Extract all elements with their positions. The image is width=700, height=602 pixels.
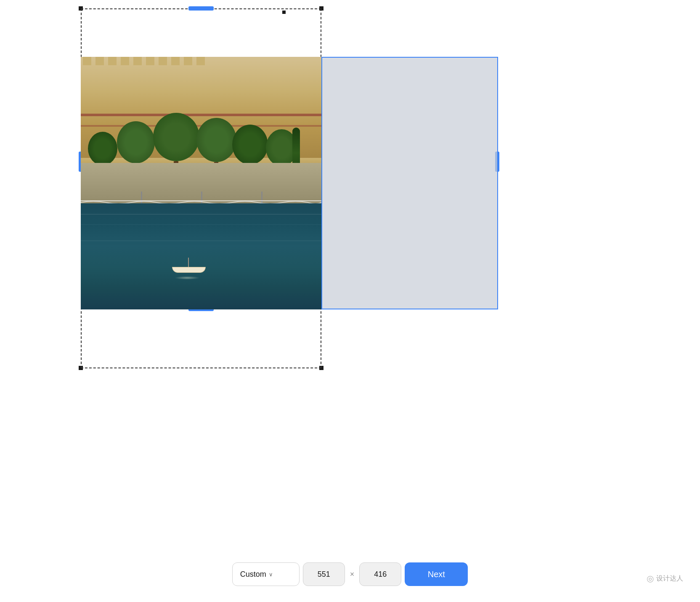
photo-water [81,203,321,309]
width-input[interactable] [303,562,345,586]
custom-dropdown[interactable]: Custom ∨ [232,562,300,586]
corner-handle-bottom-left[interactable] [79,366,83,370]
next-label: Next [428,570,445,579]
watermark: ◎ 设计达人 [647,573,683,583]
boat-reflection [175,276,200,280]
boat-mast [188,258,189,267]
crop-container [81,8,417,375]
times-sign: × [348,570,356,579]
corner-handle-bottom-right[interactable] [319,366,323,370]
chevron-down-icon: ∨ [269,571,273,578]
photo-boat [172,267,206,275]
custom-label: Custom [240,570,266,579]
top-pin-handle[interactable] [282,11,286,14]
toolbar-inner: Custom ∨ × Next [232,562,468,586]
toolbar: Custom ∨ × Next [0,562,700,586]
next-button[interactable]: Next [405,562,468,586]
corner-handle-top-left[interactable] [79,6,83,11]
watermark-text: 设计达人 [656,574,683,583]
corner-handle-top-right[interactable] [319,6,323,11]
height-input[interactable] [359,562,401,586]
crop-image [81,57,321,309]
canvas-area: Custom ∨ × Next ◎ 设计达人 [0,0,700,602]
gray-overlay [321,57,498,309]
watermark-icon: ◎ [647,573,654,583]
handle-top[interactable] [188,6,214,11]
boat-body [172,267,206,273]
